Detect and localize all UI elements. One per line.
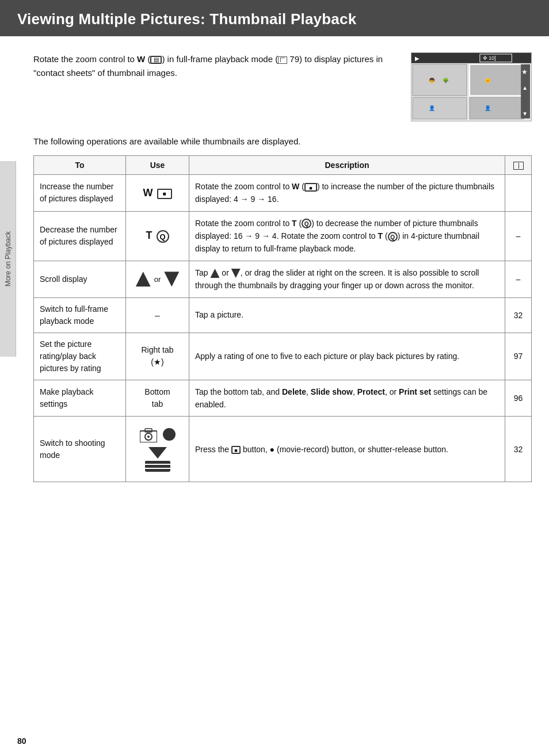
row7-to: Switch to shooting mode [34,417,126,482]
row1-ref [505,174,532,211]
col-header-use: Use [126,155,189,174]
row1-desc: Rotate the zoom control to W (■) to incr… [189,174,505,211]
intro-section: Rotate the zoom control to W (▤) in full… [33,52,532,121]
col-header-ref [505,155,532,174]
page: Viewing Multiple Pictures: Thumbnail Pla… [0,0,549,756]
col-header-description: Description [189,155,505,174]
row2-to: Decrease the number of pictures displaye… [34,211,126,261]
row3-to: Scroll display [34,261,126,297]
row3-ref: – [505,261,532,297]
header-bar: Viewing Multiple Pictures: Thumbnail Pla… [0,0,549,36]
svg-text:★: ★ [521,67,528,75]
page-number: 80 [17,736,26,746]
main-content: Rotate the zoom control to W (▤) in full… [16,36,549,756]
svg-point-20 [147,436,150,438]
section-subtitle: The following operations are available w… [33,135,532,148]
col-header-to: To [34,155,126,174]
row2-ref: – [505,211,532,261]
table-row: Decrease the number of pictures displaye… [34,211,532,261]
row4-ref: 32 [505,297,532,333]
row6-desc: Tap the bottom tab, and Delete, Slide sh… [189,380,505,417]
svg-text:🌞: 🌞 [485,77,491,84]
row2-desc: Rotate the zoom control to T (Q) to decr… [189,211,505,261]
row3-desc: Tap or , or drag the slider at right on … [189,261,505,297]
row7-ref: 32 [505,417,532,482]
table-row: Make playback settings Bottomtab Tap the… [34,380,532,417]
table-row: Set the picture rating/play back picture… [34,333,532,380]
table-row: Scroll display or Tap or , or drag the s… [34,261,532,297]
svg-text:▲: ▲ [522,85,528,91]
row6-to: Make playback settings [34,380,126,417]
svg-text:▶: ▶ [415,55,420,61]
row3-use: or [126,261,189,297]
row5-to: Set the picture rating/play back picture… [34,333,126,380]
row2-use: T Q [126,211,189,261]
table-row: Switch to full-frame playback mode – Tap… [34,297,532,333]
page-title: Viewing Multiple Pictures: Thumbnail Pla… [17,10,532,28]
table-row: Increase the number of pictures displaye… [34,174,532,211]
svg-rect-5 [413,64,467,95]
row4-to: Switch to full-frame playback mode [34,297,126,333]
svg-rect-1 [411,53,531,63]
row5-desc: Apply a rating of one to five to each pi… [189,333,505,380]
svg-rect-10 [413,97,467,119]
svg-rect-12 [470,97,524,119]
svg-rect-8 [470,64,524,95]
row7-desc: Press the ■ button, ● (movie-record) but… [189,417,505,482]
row1-use: W ■ [126,174,189,211]
row5-ref: 97 [505,333,532,380]
intro-text: Rotate the zoom control to W (▤) in full… [33,52,397,80]
svg-text:▼: ▼ [522,110,528,117]
sidebar-label: More on Playback [4,231,12,287]
table-row: Switch to shooting mode [34,417,532,482]
row1-to: Increase the number of pictures displaye… [34,174,126,211]
sidebar-label-wrapper: More on Playback [0,161,16,357]
operations-table: To Use Description Increase the number o… [33,155,532,483]
svg-text:🌳: 🌳 [443,77,449,84]
svg-text:✜ 10]: ✜ 10] [483,55,496,60]
row5-use: Right tab(★) [126,333,189,380]
svg-text:👦: 👦 [429,77,436,84]
row7-use [126,417,189,482]
row6-ref: 96 [505,380,532,417]
camera-thumbnail-image: ▶ ✜ 10] 👦 🌳 🌞 👤 👤 [411,52,532,121]
row4-desc: Tap a picture. [189,297,505,333]
row4-use: – [126,297,189,333]
svg-text:👤: 👤 [429,105,436,112]
row6-use: Bottomtab [126,380,189,417]
svg-text:👤: 👤 [485,105,491,112]
